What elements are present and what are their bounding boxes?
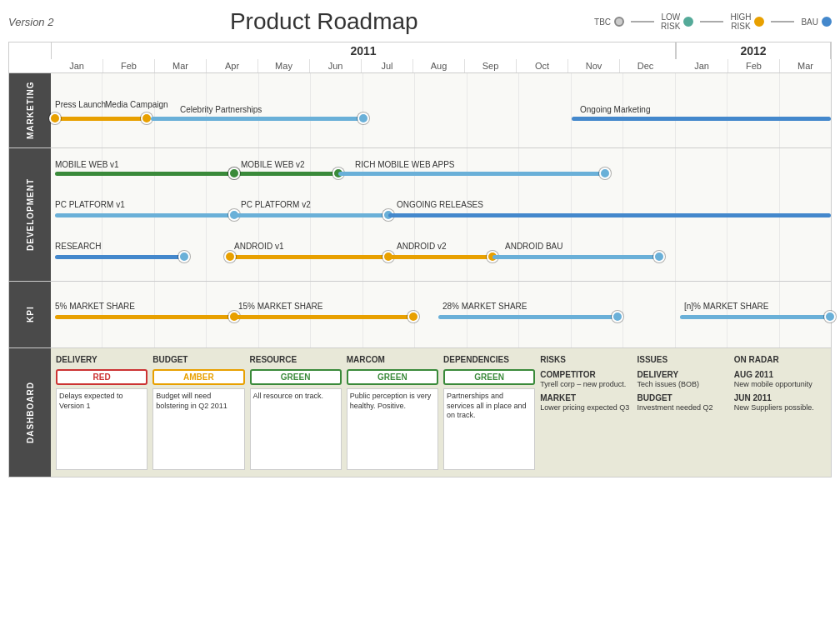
kpi-bar-1	[55, 315, 234, 319]
mobile-web-v2-label: MOBILE WEB v2	[241, 160, 305, 169]
ongoing-releases-label: ONGOING RELEASES	[397, 200, 483, 209]
kpi-node-4	[824, 311, 836, 322]
dash-radar: ON RADAR AUG 2011 New mobile opportunity…	[734, 355, 826, 470]
legend-connector-1	[631, 21, 654, 22]
dash-budget-header: BUDGET	[152, 355, 244, 364]
development-section: DEVELOPMENT MOBILE WEB v1 MOBILE WEB v2 …	[9, 148, 831, 281]
month-nov-2011: Nov	[568, 59, 619, 72]
pc-platform-v2-bar	[234, 213, 388, 218]
dash-marcom-header: MARCOM	[347, 355, 438, 364]
dash-issues-header: ISSUES	[638, 355, 729, 364]
dash-marcom-badge: GREEN	[347, 369, 438, 385]
year-2012: 2012 Jan Feb Mar	[676, 42, 831, 72]
development-label: DEVELOPMENT	[9, 148, 51, 281]
development-content: MOBILE WEB v1 MOBILE WEB v2 RICH MOBILE …	[51, 148, 831, 281]
ongoing-releases-bar	[388, 213, 831, 218]
mobile-web-v1-bar	[55, 172, 234, 176]
marketing-label: MARKETING	[9, 73, 51, 148]
kpi-bar-4	[680, 315, 830, 319]
page: Version 2 Product Roadmap TBC LOW RISK H…	[0, 0, 840, 640]
month-apr-2011: Apr	[206, 59, 258, 72]
dash-marcom: MARCOM GREEN Public perception is very h…	[347, 355, 438, 470]
gc14	[727, 73, 778, 148]
gc5	[258, 73, 310, 148]
legend-bau: BAU	[801, 17, 832, 27]
kpi-label: KPI	[9, 282, 51, 348]
month-may-2011: May	[258, 59, 309, 72]
dash-resource: RESOURCE GREEN All resource on track.	[250, 355, 342, 470]
month-jun-2011: Jun	[309, 59, 361, 72]
marketing-ongoing-label: Ongoing Marketing	[580, 105, 651, 114]
kpi-bar-2	[234, 315, 413, 319]
bau-label: BAU	[801, 18, 818, 27]
dash-delivery: DELIVERY RED Delays expected to Version …	[56, 355, 148, 470]
kpi-label-3: 28% MARKET SHARE	[442, 302, 528, 311]
gc10	[518, 73, 570, 148]
dash-issues: ISSUES DELIVERY Tech issues (BOB) BUDGET…	[638, 355, 729, 470]
dash-issue-delivery-title: DELIVERY	[638, 369, 729, 380]
gk12	[622, 282, 674, 348]
android-v2-label: ANDROID v2	[397, 242, 446, 251]
kpi-node-2	[408, 311, 419, 322]
month-jan-2012: Jan	[676, 59, 728, 72]
dash-radar-list: AUG 2011 New mobile opportunity JUN 2011…	[734, 369, 826, 412]
dash-resource-text: All resource on track.	[250, 388, 342, 470]
low-dot	[683, 17, 693, 27]
pc-platform-v1-bar	[55, 213, 234, 218]
dash-risk-market-title: MARKET	[540, 392, 632, 403]
marketing-section: MARKETING Press Launch Media Campaign Ce…	[9, 72, 831, 148]
dash-radar-1-text: New mobile opportunity	[734, 380, 826, 390]
dash-marcom-text: Public perception is very healthy. Posit…	[347, 388, 438, 470]
month-jan-2011: Jan	[51, 59, 102, 72]
dash-issue-budget-text: Investment needed Q2	[638, 403, 729, 413]
dash-risk-competitor: COMPETITOR Tyrell corp – new product.	[540, 369, 632, 390]
pc-platform-v1-label: PC PLATFORM v1	[55, 200, 125, 209]
android-v1-bar	[230, 255, 388, 259]
dash-issue-delivery-text: Tech issues (BOB)	[638, 380, 729, 390]
dash-radar-2-text: New Suppliers possible.	[734, 403, 826, 413]
mobile-web-v1-label: MOBILE WEB v1	[55, 160, 119, 169]
dashboard-content: DELIVERY RED Delays expected to Version …	[51, 348, 831, 477]
grid-lines-marketing	[51, 73, 831, 148]
dash-risks-header: RISKS	[540, 355, 632, 364]
dash-risk-competitor-text: Tyrell corp – new product.	[540, 380, 632, 390]
header: Version 2 Product Roadmap TBC LOW RISK H…	[8, 8, 832, 35]
dash-issue-delivery: DELIVERY Tech issues (BOB)	[638, 369, 729, 390]
gc15	[779, 73, 831, 148]
kpi-content: 5% MARKET SHARE 15% MARKET SHARE 28% MAR…	[51, 282, 831, 348]
android-bau-label: ANDROID BAU	[505, 242, 562, 251]
month-oct-2011: Oct	[516, 59, 568, 72]
android-v1-node-start	[224, 251, 236, 262]
month-mar-2011: Mar	[154, 59, 206, 72]
rich-mobile-bar	[338, 172, 605, 176]
dash-issues-list: DELIVERY Tech issues (BOB) BUDGET Invest…	[638, 369, 729, 412]
high-label: HIGH RISK	[730, 12, 751, 31]
timeline-wrapper: 2011 Jan Feb Mar Apr May Jun Jul Aug Sep…	[8, 42, 832, 478]
dash-resource-header: RESOURCE	[250, 355, 342, 364]
dash-budget: BUDGET AMBER Budget will need bolstering…	[152, 355, 244, 470]
dash-budget-text: Budget will need bolstering in Q2 2011	[152, 388, 244, 470]
marketing-bar-3	[572, 117, 831, 121]
legend: TBC LOW RISK HIGH RISK BAU	[594, 12, 832, 31]
rich-mobile-node	[599, 168, 611, 179]
gc7	[362, 73, 414, 148]
marketing-label-press: Press Launch	[55, 100, 106, 110]
gc9	[467, 73, 518, 148]
bau-dot	[822, 17, 832, 27]
months-2011: Jan Feb Mar Apr May Jun Jul Aug Sep Oct …	[51, 59, 676, 72]
gc8	[414, 73, 466, 148]
legend-high: HIGH RISK	[730, 12, 764, 31]
pc-platform-v2-label: PC PLATFORM v2	[241, 200, 311, 209]
month-sep-2011: Sep	[464, 59, 516, 72]
month-feb-2012: Feb	[728, 59, 779, 72]
month-dec-2011: Dec	[619, 59, 671, 72]
dashboard-label: DASHBOARD	[9, 348, 51, 477]
tbc-label: TBC	[594, 18, 611, 27]
dash-risk-competitor-title: COMPETITOR	[540, 369, 632, 380]
legend-tbc: TBC	[594, 17, 624, 27]
dash-issue-budget-title: BUDGET	[638, 392, 729, 403]
research-label: RESEARCH	[55, 242, 102, 251]
mobile-web-v2-node-start	[228, 168, 240, 179]
dash-risk-market: MARKET Lower pricing expected Q3	[540, 392, 632, 413]
dash-dependencies-header: DEPENDENCIES	[443, 355, 535, 364]
